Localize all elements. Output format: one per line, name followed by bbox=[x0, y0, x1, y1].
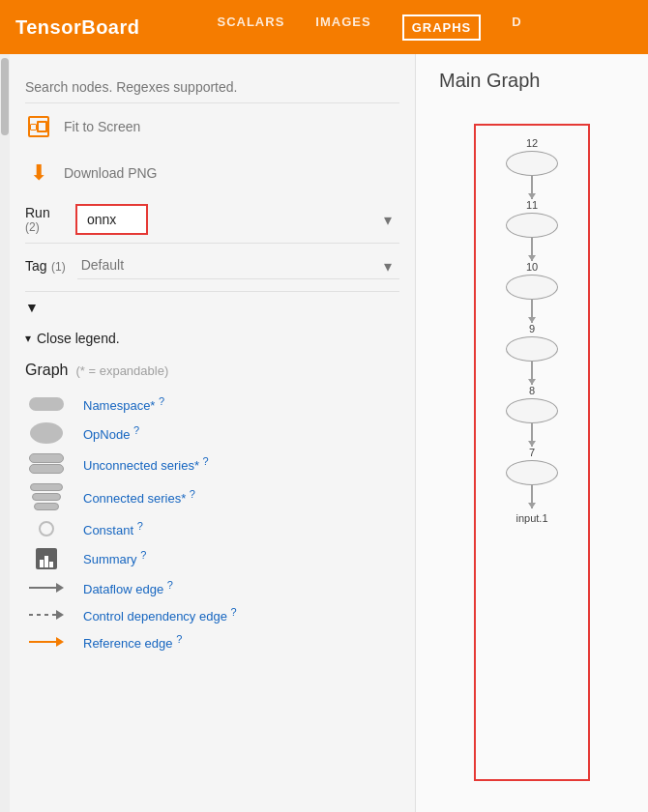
summary-icon bbox=[25, 548, 68, 569]
control-icon bbox=[25, 610, 68, 620]
dropdown-arrow-row[interactable]: ▼ bbox=[25, 292, 399, 323]
node-10[interactable]: 10 bbox=[506, 261, 558, 300]
connected-layer-3 bbox=[34, 503, 59, 510]
namespace-label[interactable]: Namespace* ? bbox=[83, 395, 164, 413]
down-chevron-icon: ▼ bbox=[25, 300, 39, 315]
node-8-ellipse bbox=[506, 398, 558, 423]
close-legend-button[interactable]: ▾ Close legend. bbox=[25, 323, 399, 354]
legend-header: Graph (* = expandable) bbox=[25, 362, 399, 383]
node-12-ellipse bbox=[506, 151, 558, 176]
node-9[interactable]: 9 bbox=[506, 323, 558, 362]
legend-item-opnode: OpNode ? bbox=[25, 418, 399, 449]
node-10-label: 10 bbox=[526, 261, 538, 273]
connector-9-8 bbox=[531, 362, 533, 385]
legend-item-control: Control dependency edge ? bbox=[25, 601, 399, 628]
node-12[interactable]: 12 bbox=[506, 137, 558, 176]
constant-icon bbox=[25, 521, 68, 536]
node-7-ellipse bbox=[506, 460, 558, 485]
tag-select-wrapper: Default bbox=[77, 251, 399, 279]
node-10-ellipse bbox=[506, 275, 558, 300]
app-logo: TensorBoard bbox=[15, 16, 139, 39]
close-legend-label: Close legend. bbox=[37, 331, 120, 346]
unconnected-bottom bbox=[29, 464, 64, 474]
legend-item-summary: Summary ? bbox=[25, 543, 399, 574]
opnode-label[interactable]: OpNode ? bbox=[83, 424, 139, 442]
run-count: (2) bbox=[25, 220, 64, 234]
reference-arrowhead bbox=[56, 637, 64, 647]
run-select[interactable]: onnx bbox=[75, 204, 148, 235]
namespace-icon bbox=[25, 397, 68, 411]
namespace-shape bbox=[29, 397, 64, 411]
summary-bar-3 bbox=[49, 562, 53, 567]
scrollbar-thumb[interactable] bbox=[1, 58, 9, 135]
control-line bbox=[29, 614, 56, 616]
fit-to-screen-icon bbox=[25, 113, 52, 140]
fit-to-screen-label: Fit to Screen bbox=[64, 119, 140, 134]
connected-layer-2 bbox=[32, 493, 61, 501]
expand-arrow-icon: ▾ bbox=[25, 332, 31, 345]
fit-to-screen-button[interactable]: Fit to Screen bbox=[25, 103, 399, 150]
reference-icon bbox=[25, 637, 68, 647]
node-chain: 12 11 10 bbox=[484, 137, 580, 524]
fit-icon-shape bbox=[28, 116, 49, 137]
node-12-label: 12 bbox=[526, 137, 538, 149]
node-9-label: 9 bbox=[529, 323, 535, 334]
node-11-label: 11 bbox=[526, 199, 538, 211]
summary-bar-1 bbox=[40, 560, 44, 567]
dataflow-shape bbox=[29, 583, 64, 593]
control-label[interactable]: Control dependency edge ? bbox=[83, 606, 237, 624]
legend-item-namespace: Namespace* ? bbox=[25, 391, 399, 418]
connector-10-9 bbox=[531, 300, 533, 323]
node-8[interactable]: 8 bbox=[506, 385, 558, 423]
node-7[interactable]: 7 bbox=[506, 447, 558, 485]
unconnected-label[interactable]: Unconnected series* ? bbox=[83, 455, 209, 473]
graph-area[interactable]: 12 11 10 bbox=[416, 100, 648, 812]
dataflow-label[interactable]: Dataflow edge ? bbox=[83, 579, 173, 596]
nav-scalars[interactable]: SCALARS bbox=[217, 14, 284, 41]
connected-layer-1 bbox=[30, 483, 63, 491]
tag-label: Tag bbox=[25, 258, 47, 274]
run-select-wrapper: onnx bbox=[75, 204, 399, 235]
tag-row: Tag (1) Default bbox=[25, 251, 399, 279]
node-9-ellipse bbox=[506, 336, 558, 362]
tag-count: (1) bbox=[51, 260, 66, 274]
legend-item-dataflow: Dataflow edge ? bbox=[25, 574, 399, 601]
tag-label-group: Tag (1) bbox=[25, 257, 66, 275]
legend-item-connected: Connected series* ? bbox=[25, 478, 399, 515]
nav-d[interactable]: D bbox=[512, 14, 521, 41]
unconnected-shape bbox=[29, 453, 64, 474]
legend-subtitle: (* = expandable) bbox=[75, 363, 168, 378]
nav-bar: SCALARS IMAGES GRAPHS D bbox=[217, 14, 521, 41]
connected-icon bbox=[25, 483, 68, 510]
summary-shape bbox=[36, 548, 57, 569]
nav-graphs[interactable]: GRAPHS bbox=[402, 14, 482, 41]
legend-section: Graph (* = expandable) Namespace* ? bbox=[25, 354, 399, 664]
search-input[interactable] bbox=[25, 66, 399, 103]
dataflow-icon bbox=[25, 583, 68, 593]
scrollbar[interactable] bbox=[0, 54, 10, 812]
reference-label[interactable]: Reference edge ? bbox=[83, 633, 182, 651]
summary-label[interactable]: Summary ? bbox=[83, 549, 146, 566]
connected-shape bbox=[30, 483, 63, 510]
legend-item-constant: Constant ? bbox=[25, 515, 399, 542]
main-layout: Fit to Screen ⬇ Download PNG Run (2) bbox=[0, 54, 648, 812]
fit-icon-inner bbox=[30, 124, 37, 130]
node-11[interactable]: 11 bbox=[506, 199, 558, 238]
connected-label[interactable]: Connected series* ? bbox=[83, 488, 195, 506]
download-png-button[interactable]: ⬇ Download PNG bbox=[25, 150, 399, 196]
input-label: input.1 bbox=[515, 512, 547, 524]
tag-select[interactable]: Default bbox=[77, 251, 399, 279]
nav-images[interactable]: IMAGES bbox=[315, 14, 370, 41]
download-png-label: Download PNG bbox=[64, 165, 158, 181]
legend-item-reference: Reference edge ? bbox=[25, 628, 399, 655]
dataflow-line bbox=[29, 587, 56, 589]
input-node[interactable]: input.1 bbox=[515, 508, 547, 524]
download-icon: ⬇ bbox=[25, 160, 52, 187]
reference-line bbox=[29, 641, 56, 643]
node-11-ellipse bbox=[506, 213, 558, 238]
control-shape bbox=[29, 610, 64, 620]
run-label: Run bbox=[25, 205, 64, 220]
constant-label[interactable]: Constant ? bbox=[83, 520, 143, 537]
legend-graph-label: Graph bbox=[25, 362, 68, 379]
connector-12-11 bbox=[531, 176, 533, 199]
